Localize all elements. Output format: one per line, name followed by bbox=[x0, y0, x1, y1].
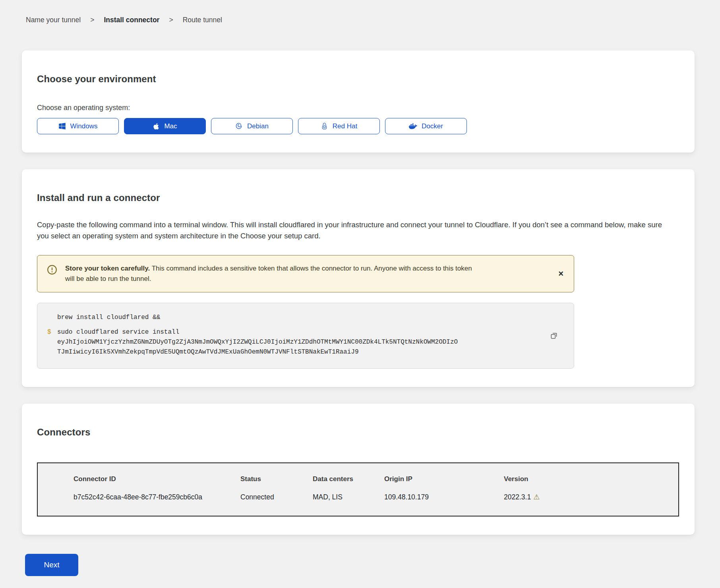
debian-swirl-icon bbox=[235, 122, 243, 130]
os-button-red-hat[interactable]: Red Hat bbox=[298, 118, 380, 134]
version-cell: 2022.3.1⚠ bbox=[504, 483, 679, 516]
breadcrumb-item-name-your-tunnel[interactable]: Name your tunnel bbox=[26, 16, 81, 24]
choose-environment-card: Choose your environment Choose an operat… bbox=[22, 50, 695, 153]
warning-title: Store your token carefully. bbox=[65, 265, 150, 272]
environment-card-title: Choose your environment bbox=[37, 74, 679, 85]
install-card-title: Install and run a connector bbox=[37, 192, 679, 203]
version-value: 2022.3.1 bbox=[504, 493, 531, 501]
linux-penguin-icon bbox=[321, 122, 328, 130]
install-connector-card: Install and run a connector Copy-paste t… bbox=[22, 169, 695, 387]
shell-prompt: $ bbox=[47, 327, 57, 357]
windows-logo-icon bbox=[58, 122, 66, 130]
code-line-brew: brew install cloudflared && bbox=[47, 313, 538, 323]
data-centers-cell: MAD, LIS bbox=[313, 483, 384, 516]
sudo-command: sudo cloudflared service install bbox=[57, 329, 179, 336]
os-select-label: Choose an operating system: bbox=[37, 104, 679, 112]
os-button-docker[interactable]: Docker bbox=[385, 118, 467, 134]
os-button-label: Debian bbox=[247, 122, 269, 130]
table-row: b7c52c42-6caa-48ee-8c77-fbe259cb6c0a Con… bbox=[37, 483, 679, 516]
close-icon[interactable]: × bbox=[558, 269, 563, 278]
os-button-label: Docker bbox=[422, 122, 443, 130]
header-status: Status bbox=[240, 463, 313, 483]
breadcrumb-separator: > bbox=[90, 16, 94, 24]
breadcrumb: Name your tunnel > Install connector > R… bbox=[26, 16, 720, 24]
token-line: eyJhIjoiOWM1YjczYzhmZGNmZDUyOTg2ZjA3NmJm… bbox=[57, 337, 458, 347]
warning-triangle-icon: ⚠ bbox=[533, 493, 540, 501]
copy-icon[interactable] bbox=[549, 331, 559, 340]
os-button-label: Windows bbox=[70, 122, 98, 130]
connectors-table: Connector ID Status Data centers Origin … bbox=[37, 462, 679, 516]
breadcrumb-item-install-connector[interactable]: Install connector bbox=[104, 16, 159, 24]
breadcrumb-separator: > bbox=[169, 16, 173, 24]
header-data-centers: Data centers bbox=[313, 463, 384, 483]
os-button-label: Mac bbox=[164, 122, 177, 130]
connectors-table-header-row: Connector ID Status Data centers Origin … bbox=[37, 463, 679, 483]
alert-circle-icon bbox=[47, 265, 57, 275]
install-description: Copy-paste the following command into a … bbox=[37, 219, 673, 242]
origin-ip-cell: 109.48.10.179 bbox=[384, 483, 504, 516]
header-origin-ip: Origin IP bbox=[384, 463, 504, 483]
os-button-windows[interactable]: Windows bbox=[37, 118, 119, 134]
connector-id-cell: b7c52c42-6caa-48ee-8c77-fbe259cb6c0a bbox=[37, 483, 240, 516]
connectors-card: Connectors Connector ID Status Data cent… bbox=[22, 404, 695, 535]
warning-message: Store your token carefully. This command… bbox=[65, 263, 472, 284]
docker-whale-icon bbox=[409, 122, 417, 130]
connectors-card-title: Connectors bbox=[37, 427, 679, 438]
code-line-install: $ sudo cloudflared service install eyJhI… bbox=[47, 327, 538, 357]
install-command: sudo cloudflared service install eyJhIjo… bbox=[57, 327, 458, 357]
os-button-label: Red Hat bbox=[333, 122, 357, 130]
brew-command: brew install cloudflared && bbox=[57, 313, 160, 323]
header-version: Version bbox=[504, 463, 679, 483]
breadcrumb-item-route-tunnel[interactable]: Route tunnel bbox=[183, 16, 222, 24]
os-button-debian[interactable]: Debian bbox=[211, 118, 293, 134]
token-line: TJmIiwicyI6Ik5XVmhZekpqTmpVdE5UQmtOQzAwT… bbox=[57, 347, 458, 357]
command-code-block: brew install cloudflared && $ sudo cloud… bbox=[37, 303, 574, 369]
os-button-mac[interactable]: Mac bbox=[124, 118, 206, 134]
code-gutter bbox=[47, 313, 57, 323]
token-warning-banner: Store your token carefully. This command… bbox=[37, 255, 574, 293]
apple-logo-icon bbox=[153, 123, 160, 130]
header-connector-id: Connector ID bbox=[37, 463, 240, 483]
os-button-group: Windows Mac Debian Red Hat Docker bbox=[37, 118, 679, 134]
status-cell: Connected bbox=[240, 483, 313, 516]
next-button[interactable]: Next bbox=[25, 554, 78, 576]
